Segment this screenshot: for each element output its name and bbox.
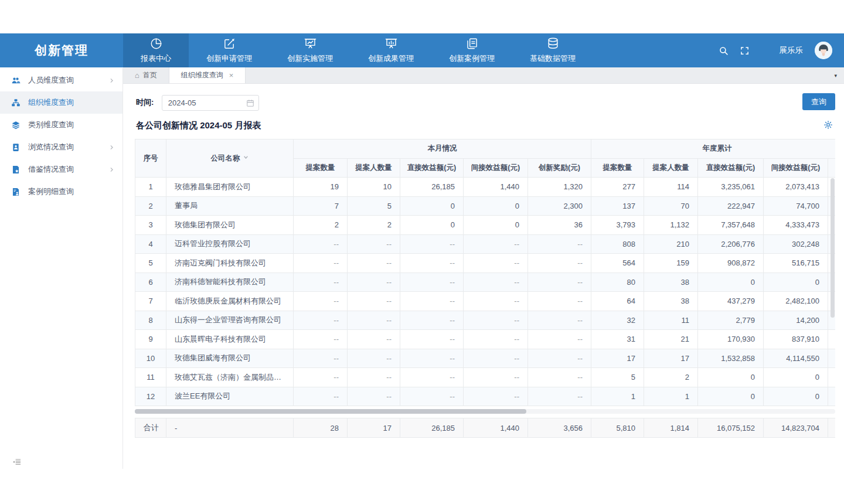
summary-cell: 3,656 <box>528 418 591 438</box>
cell: 277 <box>591 178 644 197</box>
table-row[interactable]: 11玫德艾瓦兹（济南）金属制品有...----------5200 <box>135 368 836 387</box>
file-detail-icon <box>11 187 21 196</box>
cell: 11 <box>644 311 698 330</box>
table-row[interactable]: 3玫德集团有限公司2200363,7931,1327,357,6484,333,… <box>135 216 836 235</box>
sidebar-item-0[interactable]: 人员维度查询 <box>0 69 122 91</box>
summary-cell: 合计 <box>135 418 166 438</box>
summary-row: 合计-281726,1851,4403,6565,8101,81416,075,… <box>135 418 836 438</box>
cell: 302,248 <box>764 234 828 254</box>
table-row[interactable]: 6济南科德智能科技有限公司----------803800 <box>135 273 836 292</box>
sidebar-collapse-icon[interactable] <box>12 458 21 469</box>
user-avatar[interactable] <box>815 42 832 59</box>
table-row[interactable]: 9山东晨晖电子科技有限公司----------3121170,930837,91… <box>135 330 836 349</box>
cell: 837,910 <box>764 330 828 349</box>
col-header-serial: 序号 <box>135 139 166 178</box>
tab-0[interactable]: ⌂首页 <box>123 67 169 83</box>
summary-cell: 26,185 <box>400 418 464 438</box>
table-row[interactable]: 12波兰EE有限公司----------1100 <box>135 387 836 406</box>
sidebar-item-5[interactable]: 案例明细查询 <box>0 181 122 203</box>
table-row[interactable]: 4迈科管业控股有限公司----------8082102,206,776302,… <box>135 234 836 254</box>
calendar-icon[interactable] <box>246 99 254 110</box>
chevron-right-icon <box>109 167 114 172</box>
group-header-year: 年度累计 <box>591 139 835 159</box>
fullscreen-icon[interactable] <box>740 46 749 55</box>
sub-header-year-2: 直接效益额(元) <box>698 158 764 178</box>
nav-item-2[interactable]: 创新实施管理 <box>270 33 350 67</box>
table-row[interactable]: 7临沂玫德庚辰金属材料有限公司----------6438437,2792,48… <box>135 292 836 311</box>
tab-list-dropdown-icon[interactable]: ▾ <box>834 67 844 83</box>
nav-item-label: 创新案例管理 <box>449 53 495 64</box>
documents-icon <box>465 37 479 52</box>
cell: 2 <box>348 216 400 235</box>
horizontal-scrollbar-thumb[interactable] <box>135 409 526 414</box>
summary-cell: 28 <box>294 418 348 438</box>
filter-row: 时间: 查询 <box>136 94 835 111</box>
cell: 1,320 <box>528 178 591 197</box>
close-icon[interactable]: × <box>229 71 234 80</box>
cell: 0 <box>400 216 464 235</box>
cell: 19 <box>294 178 348 197</box>
cell: 114 <box>644 178 698 197</box>
gear-icon[interactable] <box>823 120 833 130</box>
cell: 908,872 <box>698 254 764 273</box>
cell: 21 <box>644 330 698 349</box>
cell: -- <box>464 254 528 273</box>
cell: 3,235,061 <box>698 178 764 197</box>
table-row[interactable]: 5济南迈克阀门科技有限公司----------564159908,872516,… <box>135 254 836 273</box>
vertical-scrollbar-thumb[interactable] <box>831 178 835 318</box>
cell: 0 <box>764 368 828 387</box>
cell: 4 <box>135 234 166 254</box>
col-header-company[interactable]: 公司名称 <box>166 139 294 178</box>
nav-item-3[interactable]: 创新成果管理 <box>350 33 431 67</box>
sub-header-month-1: 提案人数量 <box>348 158 400 178</box>
time-picker[interactable] <box>162 95 259 111</box>
summary-cell: 1,440 <box>464 418 528 438</box>
cell: 波兰EE有限公司 <box>166 387 294 406</box>
cell: -- <box>400 330 464 349</box>
cell: -- <box>464 349 528 368</box>
cell: 1 <box>644 387 698 406</box>
cell: 0 <box>764 273 828 292</box>
cell: -- <box>528 330 591 349</box>
cell: 808 <box>591 234 644 254</box>
cell: -- <box>464 292 528 311</box>
chevron-right-icon <box>109 145 114 150</box>
search-icon[interactable] <box>719 46 729 56</box>
cell: -- <box>294 273 348 292</box>
table-row[interactable]: 8山东得一企业管理咨询有限公司----------32112,77914,200 <box>135 311 836 330</box>
cell: 8 <box>135 311 166 330</box>
nav-item-4[interactable]: 创新案例管理 <box>431 33 512 67</box>
time-input[interactable] <box>162 96 239 110</box>
sub-header-year-0: 提案数量 <box>591 158 644 178</box>
cell-filler <box>828 387 835 406</box>
time-label: 时间: <box>136 98 154 107</box>
table-row[interactable]: 10玫德集团威海有限公司----------17171,532,8584,114… <box>135 349 836 368</box>
nav-item-0[interactable]: 报表中心 <box>123 33 189 67</box>
cell: 7,357,648 <box>698 216 764 235</box>
report-table-container: 序号公司名称本月情况年度累计提案数量提案人数量直接效益额(元)间接效益额(元)创… <box>135 139 835 438</box>
nav-item-1[interactable]: 创新申请管理 <box>189 33 270 67</box>
sidebar-item-1[interactable]: 组织维度查询 <box>0 91 122 114</box>
sidebar-item-2[interactable]: 类别维度查询 <box>0 114 122 136</box>
table-row[interactable]: 2董事局75002,30013770222,94774,700 <box>135 196 836 216</box>
cell: 玫德集团有限公司 <box>166 216 294 235</box>
cell: 0 <box>698 273 764 292</box>
summary-cell: - <box>166 418 294 438</box>
cell: 31 <box>591 330 644 349</box>
cell: 0 <box>764 387 828 406</box>
table-row[interactable]: 1玫德雅昌集团有限公司191026,1851,4401,3202771143,2… <box>135 178 836 197</box>
search-button[interactable]: 查询 <box>802 93 835 110</box>
username[interactable]: 展乐乐 <box>780 45 804 56</box>
cell: -- <box>528 292 591 311</box>
nav-item-5[interactable]: 基础数据管理 <box>512 33 593 67</box>
cell: 14,200 <box>764 311 828 330</box>
cell: 11 <box>135 368 166 387</box>
cell: 12 <box>135 387 166 406</box>
sidebar-item-4[interactable]: 借鉴情况查询 <box>0 158 122 181</box>
cell: 137 <box>591 196 644 216</box>
cell: -- <box>348 330 400 349</box>
tab-bar: ⌂首页组织维度查询×▾ <box>123 67 844 84</box>
tab-1[interactable]: 组织维度查询× <box>169 67 246 83</box>
sidebar-item-3[interactable]: 浏览情况查询 <box>0 136 122 158</box>
cell: 70 <box>644 196 698 216</box>
